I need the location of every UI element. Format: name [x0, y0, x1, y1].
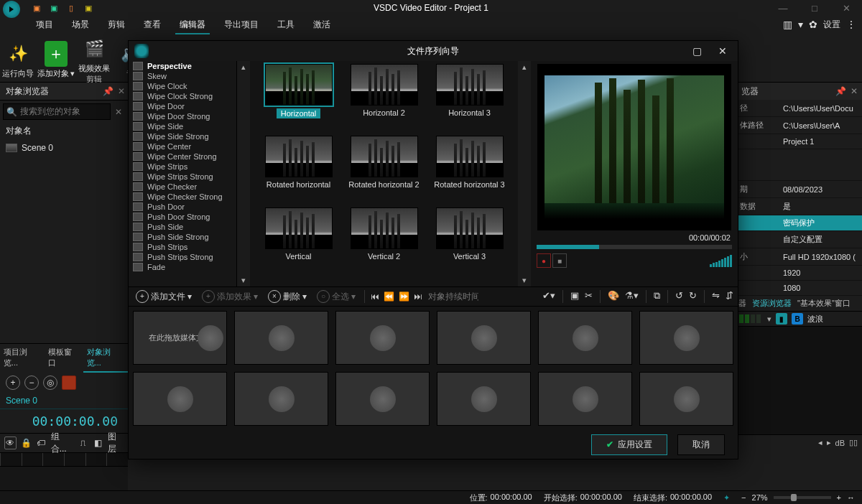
window-close-button[interactable]: ✕ — [830, 0, 862, 16]
media-slot[interactable] — [437, 311, 531, 365]
fx-list-item[interactable]: Wipe Checker Strong — [129, 192, 236, 202]
panel-pin-icon[interactable]: 📌 — [835, 86, 846, 96]
timeline-ruler[interactable] — [0, 453, 128, 467]
cut-icon[interactable]: ✂ — [585, 290, 593, 303]
tab-project-browser[interactable]: 项目浏览... — [0, 344, 45, 373]
menu-project[interactable]: 项目 — [32, 17, 57, 33]
fx-list-item[interactable]: Wipe Side Strong — [129, 131, 236, 141]
fx-list-item[interactable]: Wipe Side — [129, 121, 236, 131]
transition-thumb[interactable]: Vertical 3 — [427, 207, 512, 279]
copy-icon[interactable]: ⧉ — [654, 290, 660, 303]
step-fwd-icon[interactable]: ⏩ — [399, 291, 409, 302]
wave-mode-a-icon[interactable]: ▮ — [776, 313, 787, 325]
confirm-icon[interactable]: ✔▾ — [542, 290, 555, 303]
add-effect-button[interactable]: +添加效果 ▾ — [199, 290, 261, 303]
scroll-up-icon[interactable]: ▴ — [241, 62, 246, 72]
zoom-slider[interactable] — [774, 496, 831, 499]
fx-list-item[interactable]: Wipe Strips Strong — [129, 172, 236, 182]
fx-list-item[interactable]: Push Door Strong — [129, 212, 236, 222]
menu-activate[interactable]: 激活 — [309, 17, 335, 33]
layout-toggle-icon[interactable]: ▥ — [783, 19, 792, 30]
tab-resource-browser[interactable]: 资源浏览器 — [749, 296, 794, 311]
fx-list-item[interactable]: Wipe Center Strong — [129, 151, 236, 162]
media-slot[interactable] — [639, 372, 733, 426]
volume-bars-icon[interactable] — [710, 255, 732, 267]
layer-label[interactable]: 图层 — [108, 437, 124, 449]
run-wizard-button[interactable]: ✨ — [1, 37, 34, 70]
zoom-fit-button[interactable]: ↔ — [847, 493, 855, 502]
window-minimize-button[interactable]: — — [767, 0, 799, 16]
adjust-icon[interactable]: ⚗▾ — [625, 290, 639, 303]
tab-object-browser[interactable]: 对象浏览... — [83, 344, 128, 373]
transition-thumb[interactable]: Rotated horizontal — [256, 136, 341, 207]
media-slot[interactable] — [538, 311, 632, 365]
transition-thumb[interactable]: Vertical 2 — [341, 207, 427, 279]
object-search-input[interactable]: 🔍 搜索到您的对象 — [3, 103, 111, 120]
wave-dropdown-caret-icon[interactable]: ▾ — [767, 314, 771, 324]
timeline-track[interactable] — [0, 467, 128, 493]
media-slot[interactable] — [437, 372, 531, 426]
media-slot[interactable] — [538, 372, 632, 426]
media-slot[interactable] — [234, 311, 328, 365]
scroll-right-icon[interactable]: ▸ — [827, 438, 831, 447]
fx-list-item[interactable]: Push Side Strong — [129, 232, 236, 242]
timeline-record-button[interactable] — [62, 375, 76, 390]
flip-v-icon[interactable]: ⇵ — [726, 290, 733, 303]
waveform-view[interactable] — [736, 326, 862, 434]
waveform-icon[interactable]: ⎍ — [78, 437, 88, 449]
dialog-maximize-button[interactable]: ▢ — [685, 41, 709, 61]
fx-list-item[interactable]: Wipe Center — [129, 141, 236, 151]
fx-list-item[interactable]: Push Strips Strong — [129, 252, 236, 262]
menu-view[interactable]: 查看 — [139, 17, 165, 33]
wave-mode-b-icon[interactable]: B — [792, 313, 803, 325]
color-icon[interactable]: 🎨 — [608, 290, 619, 303]
panel-close-icon[interactable]: ✕ — [118, 86, 125, 96]
object-list-item[interactable]: Scene 0 — [0, 141, 128, 155]
menu-export[interactable]: 导出项目 — [220, 17, 263, 33]
preview-seekbar[interactable] — [537, 245, 732, 249]
timeline-remove-button[interactable]: − — [24, 375, 39, 390]
video-effect-button[interactable]: 🎬 — [78, 32, 111, 65]
fx-list-item[interactable]: Wipe Clock Strong — [129, 91, 236, 101]
crop-icon[interactable]: ▣ — [570, 290, 579, 303]
scroll-down-icon[interactable]: ▾ — [522, 276, 527, 285]
fx-scrollbar-right[interactable]: ▴▾ — [518, 61, 531, 286]
rotate-left-icon[interactable]: ↺ — [675, 290, 683, 303]
fx-list-item[interactable]: Push Door — [129, 202, 236, 212]
scroll-up-icon[interactable]: ▴ — [522, 62, 527, 72]
media-slot[interactable] — [335, 372, 430, 426]
eye-icon[interactable]: 👁 — [4, 437, 17, 449]
media-slot[interactable] — [133, 372, 227, 426]
fx-list-item[interactable]: Skew — [129, 71, 236, 81]
timeline-target-button[interactable]: ◎ — [43, 375, 57, 390]
transition-thumb[interactable]: Horizontal — [256, 64, 341, 136]
qa-save-icon[interactable]: ▯ — [65, 1, 78, 14]
transition-thumb[interactable]: Horizontal 3 — [427, 64, 512, 136]
dialog-close-button[interactable]: ✕ — [710, 41, 735, 61]
transition-thumb[interactable]: Horizontal 2 — [341, 64, 427, 136]
media-slot[interactable] — [639, 311, 733, 365]
fx-list-item[interactable]: Wipe Door Strong — [129, 111, 236, 121]
flip-h-icon[interactable]: ⇋ — [712, 290, 720, 303]
step-back-icon[interactable]: ⏪ — [384, 291, 394, 302]
tab-template-window[interactable]: 模板窗口 — [45, 344, 83, 373]
menu-clip[interactable]: 剪辑 — [103, 17, 129, 33]
zoom-in-button[interactable]: + — [837, 493, 841, 502]
status-snap-icon[interactable]: ✦ — [723, 493, 730, 503]
add-file-button[interactable]: +添加文件 ▾ — [133, 290, 195, 303]
timeline-scene-label[interactable]: Scene 0 — [0, 393, 128, 409]
transition-thumb[interactable]: Vertical — [256, 207, 341, 279]
transition-thumb[interactable]: Rotated horizontal 3 — [427, 136, 512, 207]
rotate-right-icon[interactable]: ↻ — [689, 290, 697, 303]
fx-list-item[interactable]: Wipe Checker — [129, 182, 236, 192]
qa-open-icon[interactable]: ▣ — [47, 1, 60, 14]
select-all-button[interactable]: ○全选 ▾ — [314, 290, 358, 303]
lock-icon[interactable]: 🔒 — [21, 437, 32, 449]
apply-settings-button[interactable]: ✔应用设置 — [591, 434, 667, 455]
media-drop-hint[interactable]: 在此拖放媒体文件 — [133, 311, 227, 365]
fx-list-item[interactable]: Push Side — [129, 222, 236, 232]
preview-stop-button[interactable]: ■ — [552, 253, 567, 268]
media-slot[interactable] — [234, 372, 328, 426]
menu-tools[interactable]: 工具 — [273, 17, 299, 33]
wave-type-label[interactable]: 波浪 — [807, 314, 823, 325]
